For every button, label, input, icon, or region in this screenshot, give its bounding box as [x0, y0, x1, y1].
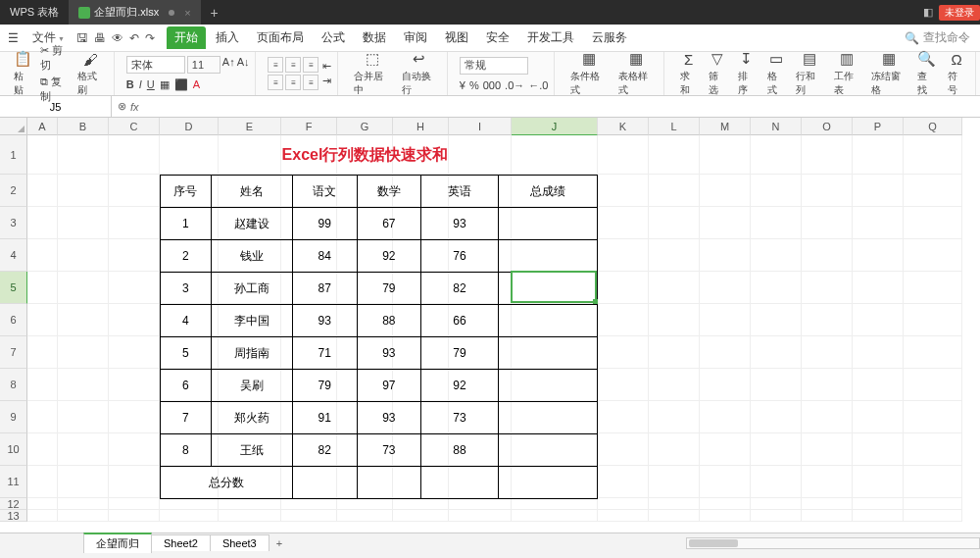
cell[interactable] — [598, 175, 649, 207]
col-header[interactable]: I — [449, 118, 512, 135]
font-select[interactable]: 宋体 — [126, 56, 185, 74]
cell[interactable] — [802, 175, 853, 207]
cell[interactable] — [700, 175, 751, 207]
cell[interactable] — [393, 510, 449, 522]
row-header[interactable]: 4 — [0, 239, 27, 272]
tab-review[interactable]: 审阅 — [396, 26, 435, 49]
cond-format-button[interactable]: ▦条件格式 — [566, 50, 610, 97]
cell[interactable] — [219, 498, 281, 510]
cell[interactable] — [751, 369, 802, 401]
select-all-corner[interactable] — [0, 118, 27, 135]
cell[interactable] — [904, 510, 962, 522]
table-cell[interactable] — [498, 370, 597, 402]
fx-icon[interactable]: ⊗ — [118, 100, 126, 113]
col-header[interactable]: F — [281, 118, 337, 135]
cell[interactable] — [58, 304, 109, 336]
cell[interactable] — [904, 401, 962, 433]
table-cell[interactable] — [498, 467, 597, 499]
menu-icon[interactable]: ☰ — [0, 31, 26, 45]
row-header[interactable]: 12 — [0, 498, 27, 510]
table-cell[interactable]: 8 — [161, 434, 212, 467]
cell[interactable] — [393, 498, 449, 510]
col-header[interactable]: G — [337, 118, 393, 135]
filter-button[interactable]: ▽筛选 — [705, 50, 730, 97]
cell[interactable] — [853, 272, 904, 304]
table-cell[interactable]: 73 — [421, 402, 498, 434]
tab-insert[interactable]: 插入 — [208, 26, 247, 49]
table-cell[interactable]: 2 — [161, 240, 212, 273]
table-footer-label[interactable]: 总分数 — [161, 467, 293, 499]
print-icon[interactable]: 🖶 — [94, 31, 106, 45]
cell[interactable] — [27, 336, 58, 369]
table-cell[interactable]: 93 — [292, 305, 357, 337]
table-cell[interactable]: 周指南 — [211, 337, 292, 370]
cell[interactable] — [700, 207, 751, 239]
cell[interactable] — [700, 401, 751, 433]
cell[interactable] — [700, 336, 751, 369]
table-cell[interactable]: 1 — [161, 208, 212, 240]
table-cell[interactable] — [421, 467, 498, 499]
cell[interactable] — [58, 135, 109, 175]
cell[interactable] — [802, 239, 853, 272]
col-header[interactable]: Q — [904, 118, 962, 135]
find-button[interactable]: 🔍查找 — [913, 50, 940, 97]
cell[interactable] — [649, 272, 700, 304]
col-header[interactable]: H — [393, 118, 449, 135]
merge-button[interactable]: ⬚合并居中 — [350, 50, 393, 97]
cell[interactable] — [751, 433, 802, 466]
cell[interactable] — [853, 175, 904, 207]
cell[interactable] — [512, 498, 598, 510]
table-header-cell[interactable]: 姓名 — [211, 176, 292, 208]
cell[interactable] — [649, 135, 700, 175]
window-icon[interactable]: ◧ — [917, 6, 939, 19]
cell[interactable] — [512, 510, 598, 522]
table-cell[interactable]: 97 — [357, 370, 421, 402]
cell[interactable] — [109, 272, 160, 304]
cell[interactable] — [598, 510, 649, 522]
cell[interactable] — [109, 433, 160, 466]
col-header[interactable]: E — [219, 118, 281, 135]
table-cell[interactable]: 赵建设 — [211, 208, 292, 240]
table-cell[interactable] — [292, 467, 357, 499]
col-header[interactable]: K — [598, 118, 649, 135]
dec-inc-icon[interactable]: .0→ — [505, 79, 524, 91]
cell[interactable] — [904, 207, 962, 239]
table-cell[interactable]: 67 — [357, 208, 421, 240]
undo-icon[interactable]: ↶ — [129, 31, 139, 45]
cut-button[interactable]: ✂ 剪切 — [40, 43, 70, 73]
table-cell[interactable]: 84 — [292, 240, 357, 273]
table-cell[interactable]: 7 — [161, 402, 212, 434]
table-cell[interactable] — [498, 273, 597, 305]
comma-icon[interactable]: 000 — [483, 79, 501, 91]
cell[interactable] — [802, 433, 853, 466]
bold-button[interactable]: B — [126, 78, 134, 91]
fill-color-button[interactable]: ⬛ — [174, 78, 188, 91]
cell[interactable] — [598, 433, 649, 466]
cell[interactable] — [751, 239, 802, 272]
cell[interactable] — [27, 433, 58, 466]
cell[interactable] — [598, 336, 649, 369]
table-cell[interactable]: 76 — [421, 240, 498, 273]
cell[interactable] — [109, 336, 160, 369]
table-cell[interactable]: 吴刷 — [211, 370, 292, 402]
cell[interactable] — [27, 369, 58, 401]
cell[interactable] — [58, 369, 109, 401]
cell[interactable] — [512, 135, 598, 175]
rowcol-button[interactable]: ▤行和列 — [792, 50, 825, 97]
cell[interactable] — [700, 498, 751, 510]
font-color-button[interactable]: A — [193, 78, 200, 91]
table-cell[interactable]: 王纸 — [211, 434, 292, 467]
fontsize-select[interactable]: 11 — [187, 56, 220, 74]
tab-cloud[interactable]: 云服务 — [584, 26, 635, 49]
spreadsheet-grid[interactable]: ABCDEFGHIJKLMNOPQ 12345678910111213 Exce… — [0, 118, 980, 533]
cell[interactable] — [109, 207, 160, 239]
cell[interactable] — [109, 510, 160, 522]
currency-icon[interactable]: ¥ — [460, 79, 466, 91]
format-button[interactable]: ▭格式 — [763, 50, 789, 97]
row-header[interactable]: 3 — [0, 207, 27, 239]
row-header[interactable]: 10 — [0, 433, 27, 466]
cell[interactable] — [751, 304, 802, 336]
indent-inc-icon[interactable]: ⇥ — [322, 75, 331, 87]
cell[interactable] — [802, 304, 853, 336]
row-header[interactable]: 8 — [0, 369, 27, 401]
